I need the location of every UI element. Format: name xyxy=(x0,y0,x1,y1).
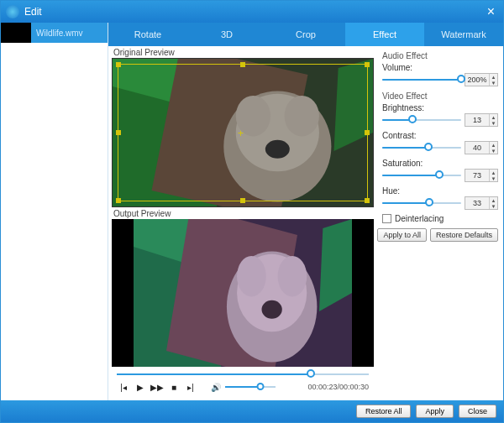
body: Wildlife.wmv Rotate 3D Crop Effect Water… xyxy=(1,23,503,400)
output-preview-label: Output Preview xyxy=(112,207,374,219)
preview-column: Original Preview xyxy=(108,46,377,400)
restore-defaults-button[interactable]: Restore Defaults xyxy=(430,228,498,242)
file-thumbnail-swatch xyxy=(1,23,31,43)
volume-effect-slider[interactable] xyxy=(382,74,461,86)
saturation-spin[interactable]: 73▲▼ xyxy=(465,169,498,182)
hue-spin[interactable]: 33▲▼ xyxy=(465,196,498,210)
spin-down-icon[interactable]: ▼ xyxy=(490,80,497,86)
next-frame-button[interactable]: ▸| xyxy=(184,381,197,393)
audio-effect-title: Audio Effect xyxy=(382,51,498,60)
original-preview: + xyxy=(112,58,374,207)
svg-point-16 xyxy=(237,256,266,296)
volume-slider[interactable] xyxy=(225,382,276,392)
volume-icon[interactable]: 🔊 xyxy=(209,381,223,393)
hue-slider[interactable] xyxy=(382,197,461,209)
crop-center-icon: + xyxy=(238,128,244,139)
restore-all-button[interactable]: Restore All xyxy=(356,405,412,418)
tabs: Rotate 3D Crop Effect Watermark xyxy=(108,23,503,46)
volume-spin[interactable]: 200% ▲▼ xyxy=(465,73,498,86)
output-preview xyxy=(112,219,374,367)
close-icon[interactable]: × xyxy=(484,4,498,19)
saturation-label: Saturation: xyxy=(382,159,498,168)
output-image xyxy=(134,219,352,367)
effects-panel: Audio Effect Volume: 200% ▲▼ xyxy=(377,46,503,400)
hue-label: Hue: xyxy=(382,186,498,196)
seek-slider[interactable] xyxy=(117,367,369,379)
brightness-slider[interactable] xyxy=(382,114,461,126)
saturation-slider[interactable] xyxy=(382,170,461,181)
tab-crop[interactable]: Crop xyxy=(266,23,345,46)
close-button[interactable]: Close xyxy=(459,405,496,418)
file-thumb[interactable]: Wildlife.wmv xyxy=(1,23,108,43)
titlebar: Edit × xyxy=(1,1,503,23)
tab-rotate[interactable]: Rotate xyxy=(108,23,187,46)
app-icon xyxy=(6,5,19,18)
deinterlacing-checkbox[interactable]: Deinterlacing xyxy=(382,214,498,223)
apply-to-all-button[interactable]: Apply to All xyxy=(377,228,427,242)
footer-bar: Restore All Apply Close xyxy=(1,400,503,422)
original-preview-label: Original Preview xyxy=(112,46,374,58)
tab-watermark[interactable]: Watermark xyxy=(424,23,503,46)
fast-forward-button[interactable]: ▶▶ xyxy=(150,381,164,393)
contrast-label: Contrast: xyxy=(382,131,498,140)
tab-effect[interactable]: Effect xyxy=(345,23,424,46)
svg-point-18 xyxy=(262,300,282,319)
time-display: 00:00:23/00:00:30 xyxy=(307,383,369,391)
brightness-spin[interactable]: 13▲▼ xyxy=(465,113,498,127)
svg-point-17 xyxy=(278,256,307,296)
transport-bar: |◂ ▶ ▶▶ ■ ▸| 🔊 00: xyxy=(112,367,374,399)
stop-button[interactable]: ■ xyxy=(167,381,181,393)
content: Original Preview xyxy=(108,46,503,400)
tab-3d[interactable]: 3D xyxy=(187,23,266,46)
main-panel: Rotate 3D Crop Effect Watermark Original… xyxy=(108,23,503,400)
file-sidebar: Wildlife.wmv xyxy=(1,23,108,400)
brightness-label: Brightness: xyxy=(382,103,498,112)
spin-up-icon[interactable]: ▲ xyxy=(490,74,497,80)
prev-frame-button[interactable]: |◂ xyxy=(117,381,130,393)
window-title: Edit xyxy=(24,6,42,18)
contrast-spin[interactable]: 40▲▼ xyxy=(465,141,498,154)
crop-box[interactable]: + xyxy=(118,64,368,201)
file-name: Wildlife.wmv xyxy=(31,29,83,38)
play-button[interactable]: ▶ xyxy=(134,381,147,393)
checkbox-box-icon xyxy=(382,214,391,223)
video-effect-title: Video Effect xyxy=(382,91,498,101)
edit-window: { "window": { "title": "Edit" }, "sideba… xyxy=(0,0,504,423)
volume-label: Volume: xyxy=(382,63,498,72)
apply-button[interactable]: Apply xyxy=(416,405,454,418)
deinterlacing-label: Deinterlacing xyxy=(395,214,444,223)
volume-control: 🔊 xyxy=(209,381,276,393)
contrast-slider[interactable] xyxy=(382,142,461,154)
